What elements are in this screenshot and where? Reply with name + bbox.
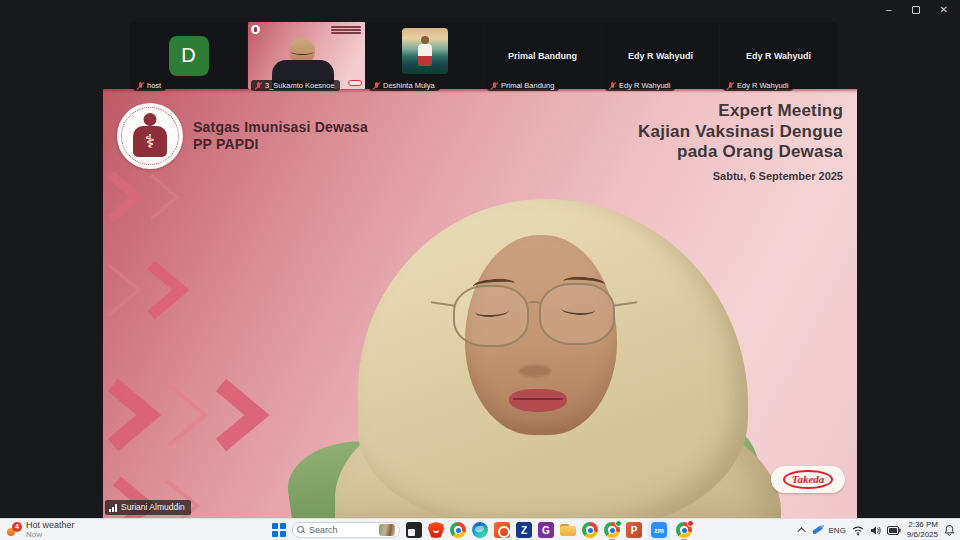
- tray-date: 9/6/2025: [907, 530, 938, 540]
- speaker-lips: [509, 389, 567, 412]
- edge-browser-icon[interactable]: [472, 522, 488, 538]
- windows-taskbar: 4 Hot weather Now Search Z G: [0, 518, 960, 540]
- search-placeholder: Search: [309, 525, 375, 535]
- takeda-wordmark: Takeda: [783, 470, 834, 489]
- mic-off-icon: [726, 81, 734, 90]
- speaker-nose-shadow: [519, 365, 551, 377]
- search-icon: [297, 526, 305, 534]
- task-view-icon[interactable]: [406, 522, 422, 538]
- search-input[interactable]: Search: [292, 522, 400, 538]
- zoom-app-active-highlight: zm: [648, 520, 670, 540]
- minimize-icon[interactable]: –: [886, 4, 892, 16]
- participant-name-label: Edy R Wahyudi: [723, 80, 793, 91]
- notification-badge: 4: [12, 522, 22, 532]
- status-badge-red: [687, 520, 694, 527]
- participant-tile-edy-2[interactable]: Edy R Wahyudi Edy R Wahyudi: [720, 22, 837, 89]
- glasses-lens-left: [453, 285, 529, 347]
- participant-name-label: Deshinta Mulya: [369, 80, 440, 91]
- language-indicator[interactable]: ENG: [829, 526, 846, 535]
- speaker-icon[interactable]: [870, 525, 881, 536]
- participant-tile-sukamto[interactable]: 3_Sukamto Koesnoe: [248, 22, 365, 89]
- weather-subtitle: Now: [26, 531, 75, 540]
- mic-off-icon: [490, 81, 498, 90]
- mic-off-icon: [254, 81, 262, 90]
- wifi-icon[interactable]: [852, 525, 864, 536]
- system-tray: ENG 2:36 PM 9/6/2025: [800, 519, 955, 540]
- participant-tile-host[interactable]: D host: [130, 22, 247, 89]
- mic-off-icon: [608, 81, 616, 90]
- pen-input-icon[interactable]: [811, 525, 822, 535]
- brave-browser-icon[interactable]: [428, 522, 444, 538]
- file-explorer-icon[interactable]: [560, 522, 576, 538]
- participant-name: Deshinta Mulya: [383, 81, 435, 90]
- participant-name: host: [147, 81, 161, 90]
- window-controls: – ✕: [886, 4, 948, 16]
- participant-display-name: Edy R Wahyudi: [720, 51, 837, 61]
- zoom-app-icon[interactable]: zm: [651, 522, 667, 538]
- mic-off-icon: [136, 81, 144, 90]
- maximize-icon[interactable]: [912, 6, 920, 14]
- main-speaker-video[interactable]: ⚕ Satgas Imunisasi Dewasa PP PAPDI Exper…: [103, 89, 857, 518]
- office-app-icon[interactable]: [494, 522, 510, 538]
- notification-bell-icon[interactable]: [944, 524, 955, 536]
- participant-filmstrip: D host 3_Sukamto Koesnoe D: [0, 0, 960, 89]
- taskbar-center: Search Z G P zm: [272, 519, 692, 540]
- participant-tile-primal[interactable]: Primal Bandung Primal Bandung: [484, 22, 601, 89]
- slide-title-mini: [331, 26, 361, 35]
- weather-widget[interactable]: 4 Hot weather Now: [6, 520, 75, 540]
- participant-tile-edy-1[interactable]: Edy R Wahyudi Edy R Wahyudi: [602, 22, 719, 89]
- glasses-bridge: [527, 301, 541, 307]
- z-app-icon[interactable]: Z: [516, 522, 532, 538]
- takeda-logo-mini: [348, 80, 362, 86]
- participant-name-label: Edy R Wahyudi: [605, 80, 675, 91]
- close-icon[interactable]: ✕: [940, 4, 948, 16]
- zoom-meeting-window: – ✕ D host 3_Sukamto Koesnoe: [0, 0, 960, 540]
- powerpoint-icon[interactable]: P: [626, 522, 642, 538]
- avatar: D: [169, 36, 209, 76]
- battery-icon[interactable]: [887, 526, 901, 535]
- participant-name: 3_Sukamto Koesnoe: [265, 81, 335, 90]
- speaker-name: Suriani Almuddin: [121, 502, 185, 512]
- speaker-name-label: Suriani Almuddin: [105, 500, 191, 515]
- g-app-icon[interactable]: G: [538, 522, 554, 538]
- papdi-logo-mini: [251, 25, 260, 34]
- chrome-profile-icon-3[interactable]: [676, 522, 692, 538]
- chrome-profile-icon-2[interactable]: [604, 522, 620, 538]
- start-button-icon[interactable]: [272, 523, 286, 537]
- clock[interactable]: 2:36 PM 9/6/2025: [907, 520, 938, 540]
- participant-video-thumbnail: [248, 22, 365, 89]
- speaker-person: [103, 89, 857, 518]
- weather-icon: 4: [6, 523, 21, 538]
- participant-name-label: host: [133, 80, 166, 91]
- participant-name-label: 3_Sukamto Koesnoe: [251, 80, 340, 91]
- takeda-logo: Takeda: [771, 466, 845, 493]
- participant-name-label: Primal Bandung: [487, 80, 559, 91]
- profile-photo: [402, 28, 448, 74]
- audio-level-icon: [109, 504, 117, 512]
- participant-tile-deshinta[interactable]: Deshinta Mulya: [366, 22, 483, 89]
- participant-display-name: Primal Bandung: [484, 51, 601, 61]
- tray-overflow-chevron-icon[interactable]: [797, 527, 805, 535]
- glasses-lens-right: [539, 283, 615, 345]
- participant-name: Primal Bandung: [501, 81, 554, 90]
- search-highlight-thumbnail: [379, 524, 395, 536]
- tray-time: 2:36 PM: [907, 520, 938, 530]
- participant-name: Edy R Wahyudi: [737, 81, 788, 90]
- mic-off-icon: [372, 81, 380, 90]
- status-badge-green: [615, 520, 622, 527]
- chrome-profile-icon[interactable]: [582, 522, 598, 538]
- participant-name: Edy R Wahyudi: [619, 81, 670, 90]
- chrome-icon[interactable]: [450, 522, 466, 538]
- participant-display-name: Edy R Wahyudi: [602, 51, 719, 61]
